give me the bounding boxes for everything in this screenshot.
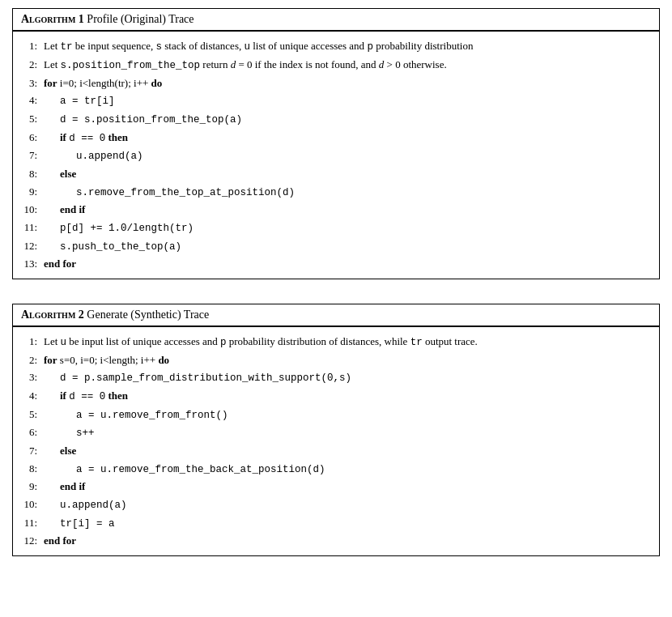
line-content: Let tr be input sequence, s stack of dis…: [44, 38, 651, 55]
line-content: d = s.position_from_the_top(a): [44, 111, 651, 128]
line-content: s.remove_from_the_top_at_position(d): [44, 184, 651, 201]
line-content: end if: [44, 202, 651, 218]
line-content: u.append(a): [44, 496, 651, 513]
algo-line: 4:a = tr[i]: [21, 92, 651, 109]
line-content: if d == 0 then: [44, 388, 651, 405]
line-content: end for: [44, 256, 651, 272]
line-number: 6:: [21, 424, 44, 440]
line-number: 4:: [21, 388, 44, 404]
line-number: 12:: [21, 533, 44, 549]
line-number: 8:: [21, 461, 44, 477]
line-content: a = tr[i]: [44, 92, 651, 109]
line-content: tr[i] = a: [44, 515, 651, 532]
algo-line: 1:Let u be input list of unique accesses…: [21, 334, 651, 351]
line-number: 2:: [21, 57, 44, 73]
line-number: 3:: [21, 369, 44, 385]
algorithm-box-algo1: Algorithm 1 Profile (Original) Trace1:Le…: [12, 8, 660, 279]
line-number: 11:: [21, 219, 44, 236]
line-number: 2:: [21, 352, 44, 368]
algo-line: 6:s++: [21, 424, 651, 441]
algo-line: 9:end if: [21, 479, 651, 495]
algo-line: 3:d = p.sample_from_distribution_with_su…: [21, 369, 651, 386]
line-number: 12:: [21, 238, 44, 254]
line-number: 5:: [21, 111, 44, 127]
line-content: else: [44, 443, 651, 459]
line-content: for i=0; i<length(tr); i++ do: [44, 75, 651, 91]
algo-line: 9:s.remove_from_the_top_at_position(d): [21, 184, 651, 201]
algo-line: 5:a = u.remove_from_front(): [21, 406, 651, 423]
line-content: if d == 0 then: [44, 130, 651, 147]
line-number: 7:: [21, 147, 44, 164]
algorithm-box-algo2: Algorithm 2 Generate (Synthetic) Trace1:…: [12, 304, 660, 556]
algo-line: 10:u.append(a): [21, 496, 651, 513]
algo-line: 2:Let s.position_from_the_top return d =…: [21, 57, 651, 74]
line-content: u.append(a): [44, 147, 651, 164]
line-number: 1:: [21, 38, 44, 54]
line-content: for s=0, i=0; i<length; i++ do: [44, 352, 651, 368]
algo-line: 12:end for: [21, 533, 651, 549]
line-number: 9:: [21, 479, 44, 495]
algo-line: 10:end if: [21, 202, 651, 218]
line-content: p[d] += 1.0/length(tr): [44, 219, 651, 236]
algo-line: 7:else: [21, 443, 651, 459]
line-content: end for: [44, 533, 651, 549]
line-number: 11:: [21, 515, 44, 531]
line-number: 5:: [21, 406, 44, 423]
algo-line: 1:Let tr be input sequence, s stack of d…: [21, 38, 651, 55]
algo-line: 3:for i=0; i<length(tr); i++ do: [21, 75, 651, 91]
algo-line: 8:else: [21, 166, 651, 182]
algo-line: 8:a = u.remove_from_the_back_at_position…: [21, 461, 651, 478]
algo-line: 12:s.push_to_the_top(a): [21, 238, 651, 255]
algo-line: 2:for s=0, i=0; i<length; i++ do: [21, 352, 651, 368]
line-number: 10:: [21, 496, 44, 513]
line-number: 1:: [21, 334, 44, 350]
algo-line: 13:end for: [21, 256, 651, 272]
algo-line: 4:if d == 0 then: [21, 388, 651, 405]
line-content: s++: [44, 424, 651, 441]
algorithm-body-algo1: 1:Let tr be input sequence, s stack of d…: [13, 32, 659, 279]
algo-line: 5:d = s.position_from_the_top(a): [21, 111, 651, 128]
line-content: end if: [44, 479, 651, 495]
line-number: 6:: [21, 130, 44, 146]
line-number: 7:: [21, 443, 44, 459]
line-content: Let s.position_from_the_top return d = 0…: [44, 57, 651, 74]
line-number: 9:: [21, 184, 44, 200]
line-number: 13:: [21, 256, 44, 272]
algorithm-header-algo2: Algorithm 2 Generate (Synthetic) Trace: [13, 304, 659, 327]
algo-line: 7:u.append(a): [21, 147, 651, 164]
algorithm-body-algo2: 1:Let u be input list of unique accesses…: [13, 327, 659, 555]
algo-line: 6:if d == 0 then: [21, 130, 651, 147]
line-number: 8:: [21, 166, 44, 182]
line-content: a = u.remove_from_front(): [44, 406, 651, 423]
line-number: 10:: [21, 202, 44, 218]
algorithm-label: Algorithm 2: [21, 308, 84, 321]
algorithm-label: Algorithm 1: [21, 13, 84, 25]
algo-line: 11:tr[i] = a: [21, 515, 651, 532]
line-content: s.push_to_the_top(a): [44, 238, 651, 255]
line-content: Let u be input list of unique accesses a…: [44, 334, 651, 351]
algo-line: 11:p[d] += 1.0/length(tr): [21, 219, 651, 236]
line-number: 3:: [21, 75, 44, 91]
line-number: 4:: [21, 92, 44, 109]
line-content: d = p.sample_from_distribution_with_supp…: [44, 369, 651, 386]
algorithm-header-algo1: Algorithm 1 Profile (Original) Trace: [13, 9, 659, 32]
line-content: a = u.remove_from_the_back_at_position(d…: [44, 461, 651, 478]
line-content: else: [44, 166, 651, 182]
